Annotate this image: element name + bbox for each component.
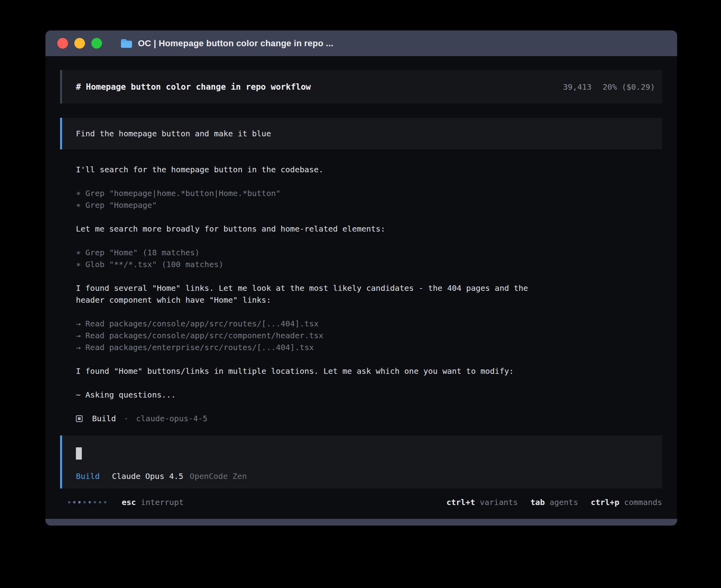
assistant-text: Let me search more broadly for buttons a… <box>76 223 660 235</box>
status-shortcuts: ctrl+t variants tab agents ctrl+p comman… <box>446 496 662 508</box>
minimize-button[interactable] <box>74 38 85 49</box>
folder-icon <box>120 38 133 49</box>
assistant-status-text: ~ Asking questions... <box>76 389 660 401</box>
window-titlebar: OC | Homepage button color change in rep… <box>45 30 677 56</box>
shortcut-key: ctrl+p <box>591 496 619 508</box>
shortcut-agents: tab agents <box>530 496 578 508</box>
session-stats: 39,413 20% ($0.29) <box>563 81 655 93</box>
composer-model[interactable]: Claude Opus 4.5 <box>112 470 183 482</box>
interrupt-key: esc <box>122 496 136 508</box>
window-bottom-edge <box>45 519 677 526</box>
token-count: 39,413 <box>563 81 591 93</box>
shortcut-key: tab <box>530 496 545 508</box>
context-usage: 20% ($0.29) <box>603 81 655 93</box>
terminal-window: OC | Homepage button color change in rep… <box>45 30 677 526</box>
agent-row: Build · claude-opus-4-5 <box>76 413 660 424</box>
tool-call-glob: ∗ Glob "**/*.tsx" (100 matches) <box>76 258 660 270</box>
agent-icon <box>76 415 83 422</box>
shortcut-variants: ctrl+t variants <box>446 496 518 508</box>
shortcut-label: variants <box>480 496 518 508</box>
transcript: I'll search for the homepage button in t… <box>76 164 660 424</box>
agent-name: Build <box>92 413 116 424</box>
assistant-text: I found "Home" buttons/links in multiple… <box>76 365 660 377</box>
window-title: OC | Homepage button color change in rep… <box>138 38 333 49</box>
shortcut-key: ctrl+t <box>446 496 475 508</box>
agent-separator: · <box>124 413 128 424</box>
assistant-text: I found several "Home" links. Let me loo… <box>76 282 558 306</box>
composer-meta: Build Claude Opus 4.5 OpenCode Zen <box>76 470 654 482</box>
composer-mode[interactable]: Build <box>76 470 100 482</box>
traffic-lights <box>57 38 102 49</box>
terminal-content: # Homepage button color change in repo w… <box>45 56 677 519</box>
tool-call-read: → Read packages/console/app/src/componen… <box>76 330 660 341</box>
user-message-text: Find the homepage button and make it blu… <box>76 128 271 139</box>
tool-call-grep: ∗ Grep "Homepage" <box>76 199 660 211</box>
shortcut-commands: ctrl+p commands <box>591 496 662 508</box>
tool-call-grep: ∗ Grep "Home" (18 matches) <box>76 247 660 258</box>
user-message: Find the homepage button and make it blu… <box>60 118 662 149</box>
composer-input[interactable]: Build Claude Opus 4.5 OpenCode Zen <box>60 435 662 488</box>
status-bar: esc interrupt ctrl+t variants tab agents… <box>68 496 662 508</box>
zoom-button[interactable] <box>91 38 102 49</box>
window-title-group: OC | Homepage button color change in rep… <box>120 38 333 49</box>
session-header: # Homepage button color change in repo w… <box>60 70 662 104</box>
tool-call-read: → Read packages/enterprise/src/routes/[.… <box>76 341 660 353</box>
tool-call-grep: ∗ Grep "homepage|home.*button|Home.*butt… <box>76 187 660 199</box>
shortcut-label: commands <box>624 496 662 508</box>
interrupt-label: interrupt <box>141 496 183 508</box>
assistant-text: I'll search for the homepage button in t… <box>76 164 660 175</box>
close-button[interactable] <box>57 38 68 49</box>
text-cursor <box>76 447 82 460</box>
shortcut-label: agents <box>549 496 578 508</box>
composer-provider: OpenCode Zen <box>190 470 247 482</box>
agent-model: claude-opus-4-5 <box>136 413 208 424</box>
session-title: # Homepage button color change in repo w… <box>76 81 311 93</box>
spinner-dots <box>68 501 106 503</box>
tool-call-read: → Read packages/console/app/src/routes/[… <box>76 318 660 330</box>
status-left: esc interrupt <box>68 496 184 508</box>
